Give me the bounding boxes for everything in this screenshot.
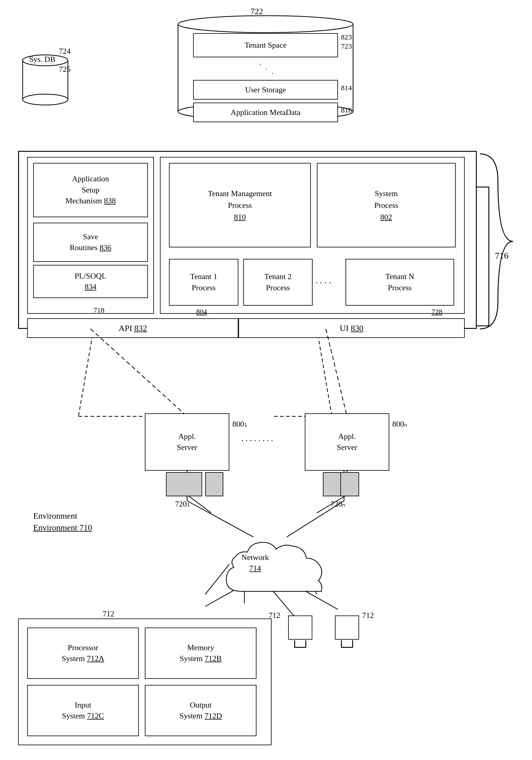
processor-system-box: ProcessorSystem 712A	[27, 628, 139, 679]
tenant-dots: · · · ·	[315, 278, 331, 288]
appl-server-1: Appl.Server	[145, 413, 229, 471]
svg-point-19	[23, 94, 68, 105]
terminal-1	[288, 615, 312, 640]
tenant-space-box: Tenant Space	[193, 33, 338, 57]
ref-816: 816	[341, 106, 352, 114]
save-routines-box: SaveRoutines 836	[33, 223, 148, 262]
svg-line-2	[317, 329, 332, 416]
ref-712-terminal2: 712	[362, 611, 374, 620]
ref-720-1: 720₁	[175, 499, 190, 509]
user-storage-label: User Storage	[245, 85, 286, 94]
user-storage-box: User Storage	[193, 80, 338, 100]
app-setup-text: ApplicationSetupMechanism 838	[66, 173, 116, 206]
system-process-box: SystemProcess802	[317, 163, 456, 247]
input-system-text: InputSystem 712C	[62, 700, 104, 722]
memory-system-text: MemorySystem 712B	[179, 642, 221, 664]
ref-823: 823	[341, 33, 352, 41]
svg-line-21	[90, 329, 187, 416]
dots-db: ·	[260, 60, 261, 69]
output-system-box: OutputSystem 712D	[145, 685, 257, 736]
svg-line-22	[326, 329, 347, 416]
connector-1	[166, 472, 202, 496]
ref-725: 725	[59, 65, 71, 74]
input-system-box: InputSystem 712C	[27, 685, 139, 736]
tenant2-text: Tenant 2Process	[264, 271, 292, 293]
api-text: API 832	[119, 323, 147, 333]
terminal-2-stand	[341, 640, 353, 648]
app-metadata-box: Application MetaData	[193, 103, 338, 122]
save-routines-text: SaveRoutines 836	[70, 231, 111, 254]
ref-716: 716	[495, 251, 508, 261]
tenant1-text: Tenant 1Process	[190, 271, 217, 293]
dots-db2: ·	[266, 65, 267, 73]
environment-label: EnvironmentEnvironment 710	[33, 510, 92, 533]
ref-722: 722	[251, 7, 263, 16]
tenant2-box: Tenant 2Process	[243, 259, 313, 306]
api-box: API 832	[27, 318, 238, 338]
tenant-n-box: Tenant NProcess	[346, 259, 454, 306]
ui-text: UI 830	[340, 323, 363, 333]
ref-718: 718	[94, 306, 104, 314]
pl-soql-box: PL/SOQL834	[33, 265, 148, 298]
pl-soql-text: PL/SOQL834	[74, 271, 106, 293]
ref-720-n: 720ₙ	[330, 499, 345, 509]
ref-800-1: 800₁	[232, 419, 247, 429]
system-process-text: SystemProcess802	[374, 188, 398, 223]
svg-point-15	[178, 16, 353, 32]
appl-server-1-text: Appl.Server	[177, 431, 197, 453]
tenant1-box: Tenant 1Process	[169, 259, 238, 306]
appl-server-n-text: Appl.Server	[337, 431, 357, 453]
svg-line-5	[187, 495, 211, 513]
tenant-mgmt-text: Tenant ManagementProcess810	[208, 188, 272, 223]
tenant-n-text: Tenant NProcess	[385, 271, 414, 293]
server-dots: · · · · · · · ·	[241, 436, 273, 446]
ui-box: UI 830	[238, 318, 465, 338]
ref-724: 724	[59, 47, 71, 56]
svg-line-0	[78, 329, 94, 416]
ref-712-outer: 712	[103, 609, 114, 619]
appl-server-n: Appl.Server	[305, 413, 389, 471]
connector-1b	[205, 472, 223, 496]
ref-800-n: 800ₙ	[392, 419, 407, 429]
tenant-space-label: Tenant Space	[245, 41, 287, 50]
network-label: Network714	[241, 552, 269, 574]
terminal-2	[335, 615, 359, 640]
diagram-container: 722 Tenant Space 823 723 · · · User Stor…	[0, 0, 532, 760]
app-metadata-label: Application MetaData	[230, 108, 301, 117]
output-system-text: OutputSystem 712D	[179, 700, 222, 722]
memory-system-box: MemorySystem 712B	[145, 628, 257, 679]
ref-728: 728	[431, 308, 442, 316]
network-cloud	[211, 531, 338, 611]
app-setup-box: ApplicationSetupMechanism 838	[33, 163, 148, 217]
connector-nb	[323, 472, 341, 496]
processor-system-text: ProcessorSystem 712A	[62, 642, 104, 664]
ref-804: 804	[196, 308, 207, 316]
tenant-mgmt-box: Tenant ManagementProcess810	[169, 163, 311, 247]
sys-db-text: Sys. DB	[24, 54, 60, 65]
dots-db3: ·	[271, 70, 273, 77]
terminal-1-stand	[294, 640, 306, 648]
ref-812: 723	[341, 42, 352, 50]
ref-814: 814	[341, 84, 352, 92]
